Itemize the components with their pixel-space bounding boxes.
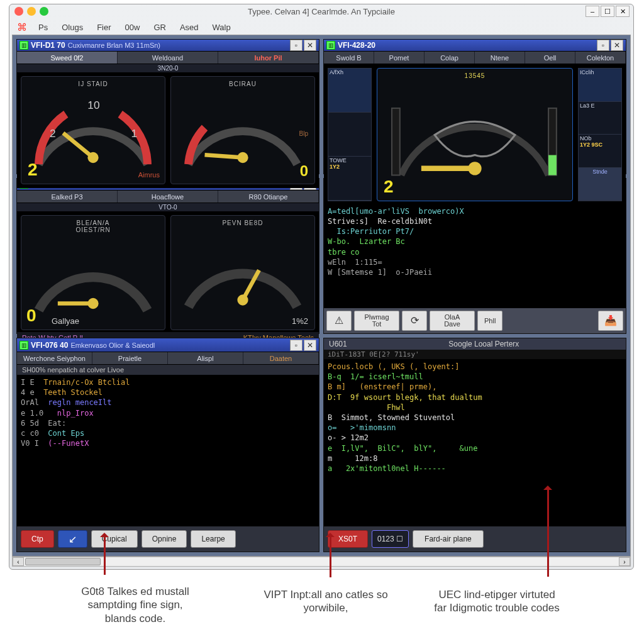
digits-button[interactable]: 0123 ☐ [372,530,409,548]
sw4-tab-pomet[interactable]: Pomet [374,52,425,64]
app-menu-icon[interactable]: ⌘ [13,21,31,33]
sw3-tab-praietle[interactable]: Praietle [92,352,168,364]
svg-text:2: 2 [50,127,56,140]
gauge-bcirau: BCIRAU 0 Blp [170,76,315,184]
olaa-button[interactable]: OlaA Dave [430,311,475,331]
sw4-tab-oell[interactable]: Oell [525,52,575,64]
sw3-tab-alispl[interactable]: Alispl [168,352,243,364]
sw4-tab-ntene[interactable]: Ntene [475,52,525,64]
menu-ps[interactable]: Ps [32,21,54,33]
menu-walp[interactable]: Walp [206,21,237,33]
sw3-tab-daaten[interactable]: Daaten [243,352,319,364]
close-button[interactable]: ✕ [616,6,630,17]
stnde-button[interactable]: Stnde [579,168,621,201]
sw1-tab-sweed[interactable]: Sweed 0f2 [17,52,118,64]
gauge-main-value: 2 [384,177,394,197]
sw4-close-button[interactable]: ✕ [611,40,623,51]
gauge-bleana-label: BLE/AN/A OIEST/RN [75,219,110,233]
menu-fier[interactable]: Fier [91,21,117,33]
cell-afxh: A/fXh [328,69,371,113]
annotation-caption: VIPT Inpt:all ano catles so yorwibile, [231,588,420,615]
sw2-tab-ealked[interactable]: Ealked P3 [17,191,118,203]
gauge-main: 13545 2 [377,68,573,201]
subwindow-vfi428: ▥ VFI-428-20 ▫ ✕ Swold B Pomet Colap Nte… [323,39,626,174]
refresh-button[interactable]: ⟳ [402,311,427,331]
sw6-subhead: iDiT-183T 0E[2? 711sy' [324,350,626,359]
cell-blank [328,113,371,157]
sw3-rows-header: SH00% nenpatich at colver Livoe [17,365,319,375]
sw1-restore-button[interactable]: ▫ [290,40,303,51]
annotation-arrow [330,535,331,577]
sw1-subtitle: Cuxivmanre Brlan M3 11mSn) [68,42,160,49]
cell-la3e: La3 E [579,102,621,135]
sw4-restore-button[interactable]: ▫ [597,40,609,51]
gauge-bcirau-label: BCIRAU [229,80,257,87]
sw5-terminal: S0II5/1NQ.181-C28:52/1T20M...:iii iii:::… [324,191,626,308]
sw3-tab-werchone[interactable]: Werchone Seiyphon [17,352,92,364]
fard-air-plane-button[interactable]: Fard-air plane [413,530,484,548]
svg-text:1: 1 [131,127,137,140]
traffic-lights[interactable] [14,7,48,16]
gauge-bleana-sub: Gallyae [52,316,79,326]
sw4-tab-colap[interactable]: Colap [425,52,475,64]
sw4-tab-swold[interactable]: Swold B [324,52,374,64]
menu-ased[interactable]: Ased [174,21,205,33]
sw1-title: VFI-D1 70 [31,41,65,50]
sw1-tab-iuhor[interactable]: Iuhor Pil [218,52,319,64]
cupical-button[interactable]: Cupical [91,530,138,548]
cell-towe: TOWE1Y2 [328,157,371,201]
menu-olugs[interactable]: Olugs [55,21,89,33]
inbox-button[interactable]: 📥 [598,311,623,331]
svg-rect-14 [548,155,557,175]
opnine-button[interactable]: Opnine [142,530,187,548]
subwindow-icon: ▥ [326,41,335,50]
sw3-close-button[interactable]: ✕ [304,340,316,351]
phll-button[interactable]: Phll [477,311,502,331]
gauge-main-label: 13545 [465,72,486,79]
subwindow-vfid1: ▥ VFI-D1 70 Cuxivmanre Brlan M3 11mSn) ▫… [16,39,319,174]
gauge-pevn-label: PEVN BE8D [222,219,263,226]
sw2-tab-hoacflowe[interactable]: Hoacflowe [118,191,218,203]
annotation-caption: G0t8 Talkes ed mustall samptding fine si… [41,585,230,625]
gauge-bleana-value: 0 [26,306,36,326]
gauge-istaid: IJ STAID 2 10 1 2 [21,76,165,184]
sw1-close-button[interactable]: ✕ [304,40,316,51]
subwindow-nit028: ▥ NIT-028 2D Inullmnoure Hlorgie & Elamp… [16,178,319,334]
gauge-istaid-unit: Aimrus [138,171,160,179]
learpe-button[interactable]: Learpe [191,530,235,548]
sw4-left-sidebar: A/fXh TOWE1Y2 [328,68,372,201]
menu-00w[interactable]: 00w [119,21,147,33]
gauge-bcirau-value: 0 [300,162,308,180]
menu-gr[interactable]: GR [147,21,172,33]
sw1-tab-weldoand[interactable]: Weldoand [118,52,218,64]
menubar: ⌘ Ps Olugs Fier 00w GR Ased Walp [9,19,633,35]
sw3-terminal: I E Trnain/c-Ox Btclial4 e Teeth Stockel… [17,375,319,526]
sw2-tab-otianpe[interactable]: R80 Otianpe [218,191,319,203]
sw4-right-sidebar: ICclih La3 E NOb1Y2 9SC Stnde [578,68,622,201]
warn-button[interactable]: ⚠ [326,311,352,331]
annotation-arrow [104,535,106,575]
plwmag-button[interactable]: Plwmag Tot [354,311,399,331]
annotation-caption: UEC lind-etipger virtuted far Idigmotic … [402,588,591,615]
gauge-istaid-value: 2 [28,160,38,180]
sw5-toolbar: ⚠ Plwmag Tot ⟳ OlaA Dave Phll 📥 [324,308,626,333]
minimize-button[interactable]: – [586,6,599,17]
arrow-button[interactable]: ↙ [58,530,87,548]
maximize-button[interactable]: ☐ [601,6,614,17]
sw3-title: VFI-076 40 [31,341,68,350]
sw3-restore-button[interactable]: ▫ [290,340,303,351]
scroll-thumb[interactable] [25,558,101,565]
scroll-left-button[interactable]: ‹ [13,557,24,566]
sw4-tab-colekton[interactable]: Colekton [575,52,626,64]
ctp-button[interactable]: Ctp [21,530,54,548]
sw6-id: U601 [329,340,347,348]
scroll-right-button[interactable]: › [619,557,630,566]
svg-line-6 [205,155,243,157]
sw1-badge: 3N20-0 [17,64,319,72]
sw4-title: VFI-428-20 [338,41,375,50]
annotation-arrow [547,487,549,577]
subwindow-soogle: U601 Soogle Looal Perterx iDiT-183T 0E[2… [323,338,626,552]
sw6-terminal: Pcous.locb (, UKS (, loyent:]B-q 1/= ics… [324,359,626,526]
cell-iccolih: ICclih [579,69,621,102]
gauge-bleana: BLE/AN/A OIEST/RN 0 Gallyae [21,215,165,330]
